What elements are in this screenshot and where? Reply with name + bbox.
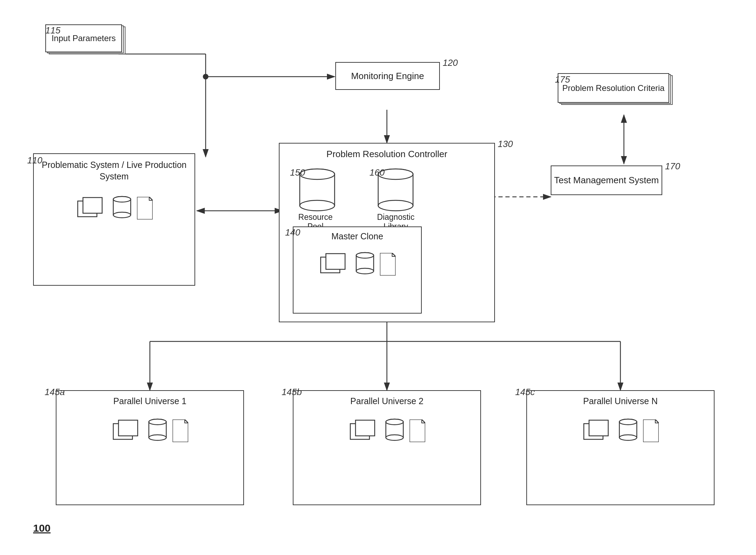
svg-point-52 (386, 419, 403, 425)
ref-170: 170 (665, 161, 680, 172)
svg-rect-27 (326, 254, 345, 269)
parallel-universe-2-box: Parallel Universe 2 (293, 390, 481, 505)
svg-point-45 (149, 419, 166, 425)
master-clone-box: Master Clone (293, 226, 422, 314)
svg-point-24 (378, 200, 413, 211)
ref-130: 130 (498, 139, 513, 149)
diagram-title: 100 (33, 522, 51, 534)
ref-110: 110 (27, 155, 42, 166)
diagram-container: Input Parameters 115 Monitoring Engine 1… (0, 0, 756, 555)
master-clone-label: Master Clone (331, 231, 383, 241)
svg-point-4 (203, 74, 208, 79)
svg-rect-48 (356, 420, 375, 436)
problematic-system-label: Problematic System / Live Production Sys… (34, 159, 194, 182)
parallel-universe-n-label: Parallel Universe N (583, 396, 658, 406)
ref-160: 160 (369, 167, 384, 178)
parallel-universe-2-label: Parallel Universe 2 (350, 396, 423, 406)
svg-point-44 (149, 435, 166, 440)
parallel-universe-1-label: Parallel Universe 1 (113, 396, 186, 406)
ref-115: 115 (45, 25, 60, 36)
parallel-universe-n-box: Parallel Universe N (526, 390, 715, 505)
svg-point-30 (356, 268, 374, 274)
ref-150: 150 (290, 167, 305, 178)
svg-point-59 (619, 419, 637, 425)
monitoring-engine-label: Monitoring Engine (351, 71, 424, 82)
svg-point-31 (356, 253, 374, 258)
svg-point-58 (619, 435, 637, 440)
svg-point-20 (300, 200, 335, 211)
svg-rect-41 (119, 420, 138, 436)
ref-140: 140 (285, 227, 300, 238)
parallel-universe-1-box: Parallel Universe 1 (56, 390, 244, 505)
test-management-system-label: Test Management System (554, 175, 659, 186)
ref-145c: 145c (515, 387, 535, 398)
svg-rect-55 (589, 420, 608, 436)
svg-rect-34 (83, 198, 102, 213)
monitoring-engine-box: Monitoring Engine (335, 62, 440, 90)
problem-resolution-controller-label: Problem Resolution Controller (327, 149, 448, 160)
ref-145a: 145a (45, 387, 65, 398)
problem-resolution-criteria-box: Problem Resolution Criteria (558, 73, 669, 103)
ref-120: 120 (443, 57, 458, 68)
svg-point-38 (113, 196, 131, 202)
ref-175: 175 (555, 74, 570, 85)
input-parameters-label: Input Parameters (52, 33, 116, 43)
test-management-system-box: Test Management System (551, 165, 662, 195)
problem-resolution-criteria-label: Problem Resolution Criteria (562, 83, 664, 93)
problematic-system-box: Problematic System / Live Production Sys… (33, 153, 195, 286)
prc-stack: Problem Resolution Criteria (558, 73, 669, 103)
ref-145b: 145b (282, 387, 302, 398)
svg-point-51 (386, 435, 403, 440)
svg-point-37 (113, 212, 131, 218)
